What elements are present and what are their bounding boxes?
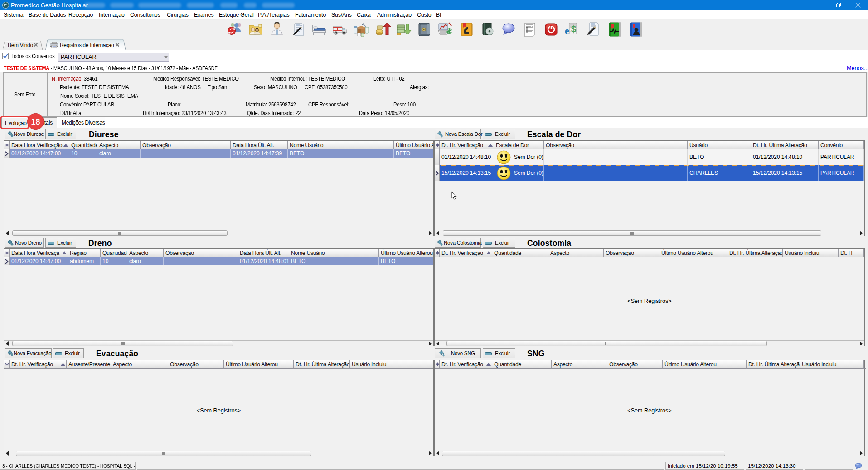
svg-text:$: $ — [571, 24, 576, 34]
svg-text:e: e — [565, 25, 569, 36]
